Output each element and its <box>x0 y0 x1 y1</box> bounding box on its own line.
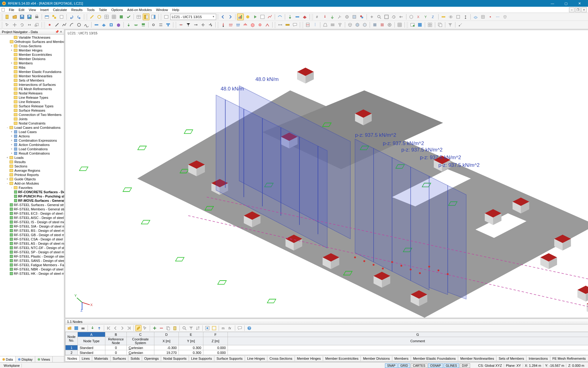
show-loads-button[interactable] <box>322 13 328 20</box>
tree-item[interactable]: Ribs <box>0 65 64 70</box>
user-view-button[interactable] <box>455 13 462 20</box>
tree-item[interactable]: FE Mesh Refinements <box>0 87 64 91</box>
mdi-close-button[interactable]: × <box>581 7 587 12</box>
table-formula-button[interactable]: fx <box>227 325 233 331</box>
table-tab[interactable]: Openings <box>142 356 161 361</box>
nav-tab-views[interactable]: Views <box>35 356 53 362</box>
zoom-window-button[interactable] <box>376 13 383 20</box>
col-y[interactable]: Y [m] <box>179 337 203 345</box>
mirror-button[interactable] <box>26 21 33 28</box>
menu-window[interactable]: Window <box>154 7 170 12</box>
move-copy-button[interactable] <box>11 21 18 28</box>
expand-icon[interactable]: - <box>6 126 9 129</box>
new-free-load-button[interactable] <box>257 21 263 28</box>
undo-button[interactable] <box>68 13 75 20</box>
close-button[interactable]: ✕ <box>573 0 586 7</box>
expand-icon[interactable]: + <box>10 44 13 48</box>
col-letter-a[interactable]: A <box>78 332 105 337</box>
new-nodal-load-button[interactable] <box>220 21 227 28</box>
tree-item[interactable]: RF-STEEL SANS - Design of steel membe <box>0 259 64 263</box>
project-manager-button[interactable] <box>43 13 50 20</box>
cell-y[interactable]: 0.300 <box>179 345 203 350</box>
status-toggle-dxf[interactable]: DXF <box>460 363 470 368</box>
menu-insert[interactable]: Insert <box>38 7 51 12</box>
view-x-button[interactable]: X <box>415 13 422 20</box>
rotate-view-button[interactable] <box>390 13 397 20</box>
prev-loadcase-button[interactable] <box>220 13 226 20</box>
table-prev-button[interactable] <box>112 325 119 331</box>
toolbar-grip[interactable] <box>311 14 313 20</box>
new-surface-button[interactable] <box>100 21 107 28</box>
tree-item[interactable]: RF-STEEL EC3 - Design of steel member <box>0 211 64 216</box>
menu-view[interactable]: View <box>27 7 38 12</box>
tree-item[interactable]: RF-MOVE-Surfaces - Generation of <box>0 198 64 203</box>
tree-item[interactable]: RF-STEEL Surfaces - General stress analy <box>0 203 64 207</box>
deformation-button[interactable] <box>277 13 283 20</box>
tree-item[interactable]: RF-STEEL Members - General stress anal <box>0 207 64 211</box>
mesh-quality-button[interactable] <box>118 13 125 20</box>
tree-item[interactable]: +Load Combinations <box>0 147 64 151</box>
cell-ref-node[interactable]: 0 <box>105 345 127 350</box>
col-node-no[interactable]: NodeNo. <box>66 332 78 345</box>
tree-item[interactable]: +Members <box>0 61 64 65</box>
tree-item[interactable]: Printout Reports <box>0 173 64 177</box>
new-solid-load-button[interactable] <box>249 21 256 28</box>
open-button[interactable] <box>11 13 18 20</box>
show-numbering-button[interactable]: # <box>314 13 321 20</box>
menu-options[interactable]: Options <box>109 7 125 12</box>
cell-coord-system[interactable]: Cartesian <box>127 350 154 355</box>
table-first-button[interactable] <box>106 325 112 331</box>
clipping-plane-button[interactable] <box>440 13 447 20</box>
tree-item[interactable]: RF-PUNCH Pro - Punching shear de <box>0 194 64 198</box>
table-tab[interactable]: Lines <box>80 356 92 361</box>
table-insert-row-button[interactable] <box>152 325 158 331</box>
rendering-button[interactable] <box>344 13 350 20</box>
model-view[interactable]: 48.0 kN/m 48.0 kN/m p-z: 937.5 kN/m^2 p-… <box>65 30 588 318</box>
tree-item[interactable]: Joints <box>0 117 64 121</box>
tree-item[interactable]: -Load Cases and Combinations <box>0 125 64 130</box>
table-tab[interactable]: Line Hinges <box>245 356 267 361</box>
menu-help[interactable]: Help <box>170 7 182 12</box>
table-open-button[interactable] <box>66 325 73 331</box>
table-tab[interactable]: Solids <box>128 356 142 361</box>
filter-button[interactable] <box>447 21 454 28</box>
save-button[interactable] <box>19 13 25 20</box>
view-z-button[interactable]: Z <box>430 13 437 20</box>
tree-item[interactable]: RF-STEEL NBR - Design of steel member <box>0 267 64 271</box>
show-navigator-button[interactable] <box>143 13 149 20</box>
new-arc-button[interactable] <box>68 21 75 28</box>
tree-item[interactable]: Line Release Types <box>0 95 64 100</box>
tree-item[interactable]: Nodal Releases <box>0 91 64 95</box>
tree-item[interactable]: Average Regions <box>0 168 64 173</box>
tree-item[interactable]: Variable Thicknesses <box>0 35 64 40</box>
cell-comment[interactable] <box>228 345 588 350</box>
workplane-button[interactable] <box>472 13 479 20</box>
table-export-button[interactable] <box>96 325 102 331</box>
tree-item[interactable]: Nodal Constraints <box>0 121 64 125</box>
table-comment-button[interactable] <box>237 325 243 331</box>
table-last-button[interactable] <box>126 325 132 331</box>
data-table[interactable]: NodeNo. A B C D E F G Node Type Referenc… <box>65 332 588 355</box>
toolbar-grip[interactable] <box>217 22 219 28</box>
extend-line-button[interactable] <box>192 21 199 28</box>
isometric-view-button[interactable] <box>408 13 415 20</box>
new-imposed-deformation-button[interactable] <box>264 21 271 28</box>
new-model-button[interactable] <box>4 13 11 20</box>
cross-section-outline-button[interactable] <box>337 21 343 28</box>
show-supports-button[interactable] <box>329 13 336 20</box>
camera-fly-button[interactable] <box>457 21 464 28</box>
new-polyline-button[interactable] <box>61 21 68 28</box>
toolbar-grip[interactable] <box>43 22 45 28</box>
table-tab[interactable]: Surface Supports <box>214 356 245 361</box>
tree-item[interactable]: RF-STEEL BS - Design of steel members <box>0 228 64 233</box>
new-line-button[interactable] <box>54 21 60 28</box>
tree-item[interactable]: Surface Release Types <box>0 104 64 108</box>
toolbar-grip[interactable] <box>406 22 408 28</box>
col-reference-node[interactable]: ReferenceNode <box>105 337 127 345</box>
table-tab[interactable]: Sets of Members <box>496 356 526 361</box>
table-tab[interactable]: Nodes <box>65 356 80 361</box>
previous-view-button[interactable] <box>398 13 405 20</box>
view-y-button[interactable]: Y <box>423 13 429 20</box>
table-help-button[interactable]: ? <box>246 325 252 331</box>
status-toggle-snap[interactable]: SNAP <box>385 363 398 368</box>
